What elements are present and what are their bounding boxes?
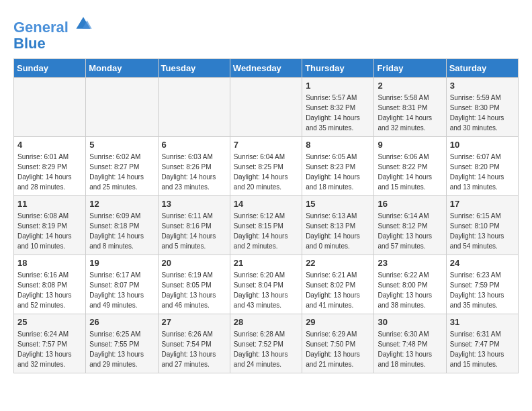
day-info: Sunrise: 6:16 AMSunset: 8:08 PMDaylight:… (17, 270, 82, 310)
day-info: Sunrise: 6:28 AMSunset: 7:52 PMDaylight:… (234, 329, 298, 369)
logo-blue-text: Blue (13, 36, 93, 52)
calendar-cell: 13Sunrise: 6:11 AMSunset: 8:16 PMDayligh… (158, 196, 230, 255)
day-info: Sunrise: 6:03 AMSunset: 8:26 PMDaylight:… (162, 152, 226, 192)
calendar-cell: 5Sunrise: 6:02 AMSunset: 8:27 PMDaylight… (86, 137, 158, 196)
calendar-cell: 19Sunrise: 6:17 AMSunset: 8:07 PMDayligh… (86, 255, 158, 314)
calendar-cell: 15Sunrise: 6:13 AMSunset: 8:13 PMDayligh… (302, 196, 374, 255)
calendar-cell: 23Sunrise: 6:22 AMSunset: 8:00 PMDayligh… (374, 255, 446, 314)
calendar-cell: 8Sunrise: 6:05 AMSunset: 8:23 PMDaylight… (302, 137, 374, 196)
col-header-wednesday: Wednesday (230, 59, 302, 78)
calendar-header-row: SundayMondayTuesdayWednesdayThursdayFrid… (14, 59, 519, 78)
calendar-cell: 22Sunrise: 6:21 AMSunset: 8:02 PMDayligh… (302, 255, 374, 314)
calendar-cell: 9Sunrise: 6:06 AMSunset: 8:22 PMDaylight… (374, 137, 446, 196)
day-number: 15 (306, 199, 370, 209)
logo-text: General (13, 13, 93, 36)
calendar-cell: 24Sunrise: 6:23 AMSunset: 7:59 PMDayligh… (446, 255, 518, 314)
calendar-cell (158, 78, 230, 137)
day-number: 31 (450, 317, 515, 327)
day-info: Sunrise: 6:30 AMSunset: 7:48 PMDaylight:… (378, 329, 442, 369)
calendar-cell: 25Sunrise: 6:24 AMSunset: 7:57 PMDayligh… (14, 314, 86, 373)
logo-icon (74, 13, 93, 32)
day-info: Sunrise: 5:58 AMSunset: 8:31 PMDaylight:… (378, 93, 442, 133)
calendar-week-3: 18Sunrise: 6:16 AMSunset: 8:08 PMDayligh… (14, 255, 519, 314)
day-info: Sunrise: 6:25 AMSunset: 7:55 PMDaylight:… (89, 329, 154, 369)
day-info: Sunrise: 6:26 AMSunset: 7:54 PMDaylight:… (162, 329, 226, 369)
day-number: 4 (17, 140, 82, 150)
day-number: 28 (234, 317, 298, 327)
calendar-table: SundayMondayTuesdayWednesdayThursdayFrid… (13, 58, 519, 373)
day-info: Sunrise: 6:24 AMSunset: 7:57 PMDaylight:… (17, 329, 82, 369)
day-number: 29 (306, 317, 370, 327)
calendar-cell: 30Sunrise: 6:30 AMSunset: 7:48 PMDayligh… (374, 314, 446, 373)
col-header-saturday: Saturday (446, 59, 518, 78)
calendar-week-4: 25Sunrise: 6:24 AMSunset: 7:57 PMDayligh… (14, 314, 519, 373)
day-number: 14 (234, 199, 298, 209)
calendar-cell: 2Sunrise: 5:58 AMSunset: 8:31 PMDaylight… (374, 78, 446, 137)
day-number: 11 (17, 199, 82, 209)
day-info: Sunrise: 6:17 AMSunset: 8:07 PMDaylight:… (89, 270, 154, 310)
day-info: Sunrise: 5:59 AMSunset: 8:30 PMDaylight:… (450, 93, 515, 133)
day-number: 12 (89, 199, 154, 209)
day-number: 5 (89, 140, 154, 150)
day-info: Sunrise: 6:08 AMSunset: 8:19 PMDaylight:… (17, 211, 82, 251)
day-number: 17 (450, 199, 515, 209)
day-info: Sunrise: 6:23 AMSunset: 7:59 PMDaylight:… (450, 270, 515, 310)
day-number: 3 (450, 81, 515, 91)
day-number: 26 (89, 317, 154, 327)
calendar-cell (86, 78, 158, 137)
day-number: 25 (17, 317, 82, 327)
col-header-sunday: Sunday (14, 59, 86, 78)
day-info: Sunrise: 6:22 AMSunset: 8:00 PMDaylight:… (378, 270, 442, 310)
calendar-week-0: 1Sunrise: 5:57 AMSunset: 8:32 PMDaylight… (14, 78, 519, 137)
day-info: Sunrise: 6:02 AMSunset: 8:27 PMDaylight:… (89, 152, 154, 192)
col-header-thursday: Thursday (302, 59, 374, 78)
calendar-cell: 7Sunrise: 6:04 AMSunset: 8:25 PMDaylight… (230, 137, 302, 196)
calendar-cell: 18Sunrise: 6:16 AMSunset: 8:08 PMDayligh… (14, 255, 86, 314)
day-info: Sunrise: 6:29 AMSunset: 7:50 PMDaylight:… (306, 329, 370, 369)
day-number: 21 (234, 258, 298, 268)
day-number: 23 (378, 258, 442, 268)
day-number: 22 (306, 258, 370, 268)
calendar-cell: 31Sunrise: 6:31 AMSunset: 7:47 PMDayligh… (446, 314, 518, 373)
calendar-cell: 6Sunrise: 6:03 AMSunset: 8:26 PMDaylight… (158, 137, 230, 196)
day-info: Sunrise: 6:13 AMSunset: 8:13 PMDaylight:… (306, 211, 370, 251)
day-number: 13 (162, 199, 226, 209)
day-info: Sunrise: 5:57 AMSunset: 8:32 PMDaylight:… (306, 93, 370, 133)
day-number: 8 (306, 140, 370, 150)
calendar-cell: 27Sunrise: 6:26 AMSunset: 7:54 PMDayligh… (158, 314, 230, 373)
day-info: Sunrise: 6:09 AMSunset: 8:18 PMDaylight:… (89, 211, 154, 251)
calendar-cell (230, 78, 302, 137)
day-number: 24 (450, 258, 515, 268)
day-info: Sunrise: 6:14 AMSunset: 8:12 PMDaylight:… (378, 211, 442, 251)
col-header-monday: Monday (86, 59, 158, 78)
day-info: Sunrise: 6:15 AMSunset: 8:10 PMDaylight:… (450, 211, 515, 251)
logo: General Blue (13, 13, 93, 52)
day-number: 30 (378, 317, 442, 327)
page-header: General Blue (13, 13, 519, 52)
col-header-friday: Friday (374, 59, 446, 78)
day-number: 1 (306, 81, 370, 91)
calendar-cell: 17Sunrise: 6:15 AMSunset: 8:10 PMDayligh… (446, 196, 518, 255)
day-number: 2 (378, 81, 442, 91)
day-number: 7 (234, 140, 298, 150)
calendar-cell (14, 78, 86, 137)
day-info: Sunrise: 6:19 AMSunset: 8:05 PMDaylight:… (162, 270, 226, 310)
day-info: Sunrise: 6:21 AMSunset: 8:02 PMDaylight:… (306, 270, 370, 310)
calendar-cell: 28Sunrise: 6:28 AMSunset: 7:52 PMDayligh… (230, 314, 302, 373)
day-info: Sunrise: 6:05 AMSunset: 8:23 PMDaylight:… (306, 152, 370, 192)
day-info: Sunrise: 6:20 AMSunset: 8:04 PMDaylight:… (234, 270, 298, 310)
day-info: Sunrise: 6:31 AMSunset: 7:47 PMDaylight:… (450, 329, 515, 369)
day-number: 9 (378, 140, 442, 150)
day-number: 20 (162, 258, 226, 268)
calendar-cell: 14Sunrise: 6:12 AMSunset: 8:15 PMDayligh… (230, 196, 302, 255)
day-info: Sunrise: 6:11 AMSunset: 8:16 PMDaylight:… (162, 211, 226, 251)
day-number: 27 (162, 317, 226, 327)
calendar-cell: 4Sunrise: 6:01 AMSunset: 8:29 PMDaylight… (14, 137, 86, 196)
col-header-tuesday: Tuesday (158, 59, 230, 78)
calendar-cell: 20Sunrise: 6:19 AMSunset: 8:05 PMDayligh… (158, 255, 230, 314)
calendar-week-1: 4Sunrise: 6:01 AMSunset: 8:29 PMDaylight… (14, 137, 519, 196)
day-info: Sunrise: 6:01 AMSunset: 8:29 PMDaylight:… (17, 152, 82, 192)
day-info: Sunrise: 6:07 AMSunset: 8:20 PMDaylight:… (450, 152, 515, 192)
day-number: 10 (450, 140, 515, 150)
calendar-cell: 11Sunrise: 6:08 AMSunset: 8:19 PMDayligh… (14, 196, 86, 255)
